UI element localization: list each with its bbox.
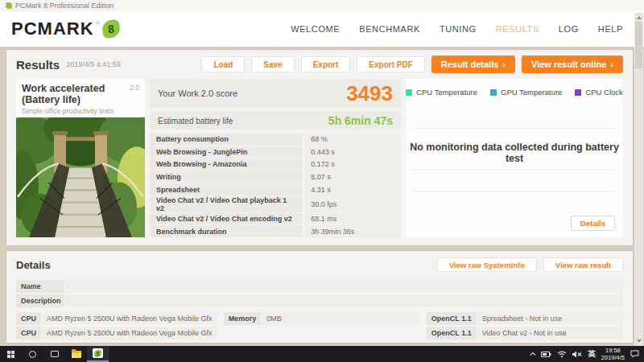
- score-card: Your Work 2.0 score 3493 Estimated batte…: [150, 79, 401, 237]
- clock-date: 2019/4/5: [601, 354, 625, 361]
- description-value: [65, 294, 623, 307]
- main-nav: WELCOME BENCHMARK TUNING RESULTS LOG HEL…: [291, 24, 623, 34]
- task-view-icon: [51, 351, 59, 357]
- table-row: CPU AMD Ryzen 5 2500U with Radeon Vega M…: [16, 312, 217, 325]
- view-raw-systeminfo-button[interactable]: View raw SystemInfo: [437, 257, 537, 272]
- result-details-button[interactable]: Result details ›: [431, 56, 515, 73]
- monitoring-details-button[interactable]: Details: [571, 216, 615, 231]
- battery-life-row: Estimated battery life 5h 6min 47s: [150, 112, 401, 130]
- score-label: Your Work 2.0 score: [158, 88, 237, 98]
- no-monitoring-data-message: No monitoring data collected during batt…: [406, 138, 623, 167]
- speaker-muted-icon[interactable]: [572, 351, 582, 358]
- nav-help[interactable]: HELP: [598, 24, 623, 34]
- legend-cpu-clock: CPU Clock: [575, 88, 622, 97]
- table-row: Spreadsheet 4.31 s: [150, 183, 401, 195]
- workspace: Results 2019/4/5 4:41:59 Load Save Expor…: [0, 47, 644, 346]
- table-row: Web Browsing - Amazonia 0.172 s: [150, 158, 401, 171]
- file-explorer-button[interactable]: [65, 346, 87, 362]
- pcmark-taskbar-button[interactable]: 8: [87, 346, 109, 362]
- chevron-right-icon: ›: [502, 60, 506, 69]
- cpu-temperature-swatch: [406, 89, 412, 96]
- task-view-button[interactable]: [43, 346, 65, 362]
- app-icon: [6, 2, 12, 9]
- cpu-clock-swatch: [575, 89, 581, 96]
- table-row: Web Browsing - JunglePin 0.443 s: [150, 146, 401, 158]
- test-card: Work accelerated (Battery life) 2.0 Simp…: [16, 79, 145, 237]
- hardware-table: CPU AMD Ryzen 5 2500U with Radeon Vega M…: [16, 312, 623, 339]
- pcmark-window: PCMark 8 Professional Edition PCMARK ® 8…: [0, 0, 644, 362]
- score-row: Your Work 2.0 score 3493: [150, 79, 401, 108]
- save-button[interactable]: Save: [251, 56, 294, 72]
- pcmark-app-icon: 8: [93, 348, 103, 358]
- test-subtitle: Simple office productivity tests: [22, 107, 139, 115]
- description-label: Description: [16, 294, 64, 307]
- battery-life-value: 5h 6min 47s: [328, 114, 393, 127]
- network-icon[interactable]: [557, 351, 567, 358]
- taskbar-clock[interactable]: 19:58 2019/4/5: [601, 347, 625, 362]
- details-title: Details: [16, 259, 51, 271]
- table-row: Video Chat v2 / Video Chat playback 1 v2…: [150, 196, 401, 212]
- battery-icon[interactable]: [541, 351, 551, 358]
- table-row: Video Chat v2 / Video Chat encoding v2 6…: [150, 213, 401, 225]
- monitoring-legend: CPU Temperature GPU Temperature CPU Cloc…: [406, 79, 623, 97]
- action-center-icon[interactable]: [630, 350, 639, 358]
- windows-logo-icon: [7, 351, 14, 358]
- details-header: Details View raw SystemInfo View raw res…: [16, 256, 623, 274]
- result-details-label: Result details: [441, 60, 499, 69]
- window-title: PCMark 8 Professional Edition: [15, 2, 114, 10]
- export-button[interactable]: Export: [301, 56, 351, 72]
- table-row: Name: [16, 280, 623, 293]
- test-version: 2.0: [130, 84, 139, 92]
- nav-tuning[interactable]: TUNING: [440, 24, 477, 34]
- details-panel: Details View raw SystemInfo View raw res…: [6, 251, 633, 343]
- nav-welcome[interactable]: WELCOME: [291, 24, 340, 34]
- battery-life-label: Estimated battery life: [158, 117, 233, 125]
- results-header: Results 2019/4/5 4:41:59 Load Save Expor…: [6, 50, 633, 79]
- logo-leaf-8-icon: 8: [101, 19, 122, 39]
- export-pdf-button[interactable]: Export PDF: [357, 56, 424, 72]
- view-result-online-button[interactable]: View result online ›: [522, 56, 623, 73]
- view-raw-result-button[interactable]: View raw result: [543, 257, 623, 272]
- scrollbar-up-icon[interactable]: [637, 16, 642, 19]
- monitoring-card: CPU Temperature GPU Temperature CPU Cloc…: [406, 79, 623, 237]
- scrollbar-down-icon[interactable]: [637, 339, 642, 343]
- system-tray: 英 19:58 2019/4/5: [531, 346, 644, 362]
- nav-results[interactable]: RESULTS: [496, 24, 539, 34]
- logo-text: PCMARK: [11, 20, 94, 38]
- nav-log[interactable]: LOG: [559, 24, 579, 34]
- table-row: CPU AMD Ryzen 5 2500U with Radeon Vega M…: [16, 327, 217, 339]
- table-row: OpenCL 1.1 Spreadsheet - Not in use: [427, 312, 623, 325]
- gpu-temperature-swatch: [490, 89, 497, 96]
- table-row: Description: [16, 294, 623, 307]
- cortana-icon: [29, 351, 36, 358]
- score-value: 3493: [346, 81, 393, 106]
- results-body: Work accelerated (Battery life) 2.0 Simp…: [6, 79, 633, 245]
- window-titlebar: PCMark 8 Professional Edition: [0, 0, 644, 11]
- pcmark-logo: PCMARK ® 8: [11, 20, 120, 38]
- test-name: Work accelerated (Battery life): [22, 83, 139, 105]
- start-button[interactable]: [0, 346, 22, 362]
- windows-taskbar: 8 英 19:58 2019/4/5: [0, 346, 644, 362]
- name-label: Name: [16, 280, 64, 293]
- cortana-button[interactable]: [22, 346, 43, 362]
- scrollbar-thumb[interactable]: [635, 22, 642, 68]
- empty-cell: [224, 327, 420, 339]
- table-row: Memory 0MB: [224, 312, 420, 325]
- table-row: Battery consumption 68 %: [150, 134, 401, 146]
- load-button[interactable]: Load: [201, 56, 245, 72]
- test-card-header: Work accelerated (Battery life) 2.0 Simp…: [16, 79, 145, 117]
- table-row: OpenCL 1.1 Video Chat v2 - Not in use: [427, 327, 623, 339]
- view-online-label: View result online: [531, 60, 606, 69]
- results-timestamp: 2019/4/5 4:41:59: [66, 60, 121, 68]
- legend-cpu-temperature: CPU Temperature: [406, 88, 477, 97]
- chevron-right-icon: ›: [610, 60, 613, 69]
- folder-icon: [72, 351, 81, 358]
- table-row: Writing 5.07 s: [150, 171, 401, 183]
- input-language-indicator[interactable]: 英: [588, 349, 596, 360]
- tray-expand-icon[interactable]: [530, 352, 536, 357]
- app-header: PCMARK ® 8 WELCOME BENCHMARK TUNING RESU…: [0, 11, 644, 47]
- nav-benchmark[interactable]: BENCHMARK: [359, 24, 420, 34]
- name-value: [65, 280, 623, 293]
- vertical-scrollbar[interactable]: [634, 13, 643, 346]
- registered-mark: ®: [97, 21, 100, 26]
